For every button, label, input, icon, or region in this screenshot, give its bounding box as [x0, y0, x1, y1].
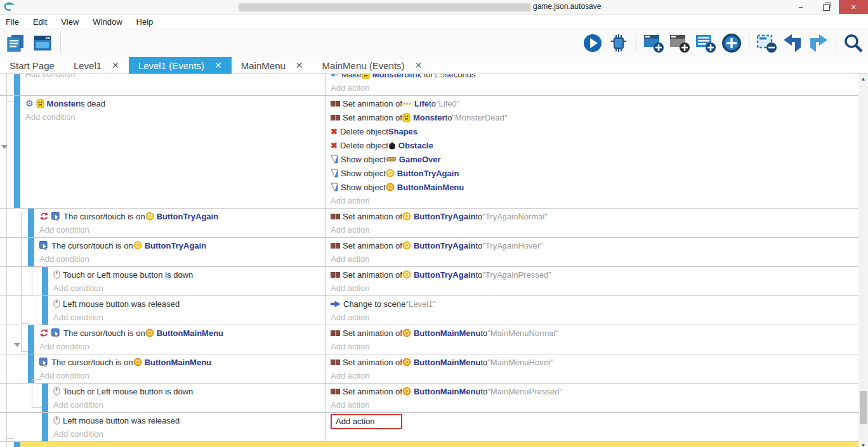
tab-start-page[interactable]: Start Page: [0, 57, 64, 74]
action-row[interactable]: Set animation of Monster to "MonsterDead…: [331, 110, 858, 124]
event[interactable]: The cursor/touch is on ButtonMainMenuAdd…: [0, 325, 858, 354]
tab-label: Start Page: [10, 60, 55, 71]
add-condition-button[interactable]: Add condition: [53, 398, 325, 411]
event[interactable]: Left mouse button was releasedAdd condit…: [0, 295, 858, 325]
add-condition-button[interactable]: Add condition: [39, 223, 325, 236]
scroll-up-arrow-icon[interactable]: ▲: [858, 74, 868, 84]
add-action-button[interactable]: Add action: [331, 369, 858, 382]
add-action-button[interactable]: Add action: [331, 252, 858, 266]
play-button[interactable]: [582, 32, 603, 54]
condition-row[interactable]: Left mouse button was released: [53, 413, 325, 427]
action-row[interactable]: Set animation of ButtonMainMenu to "Main…: [331, 355, 858, 369]
button-yellow-icon: [133, 241, 142, 250]
event[interactable]: Touch or Left mouse button is downAdd co…: [0, 383, 858, 412]
event-selection-bar: [42, 384, 48, 412]
comment-event[interactable]: GAME OVER: [0, 441, 858, 447]
action-row[interactable]: Show object GameOver: [331, 152, 858, 166]
add-external-layout-button[interactable]: [695, 32, 716, 54]
event[interactable]: Left mouse button was releasedAdd condit…: [0, 412, 858, 441]
action-row[interactable]: Show object ButtonTryAgain: [331, 166, 858, 180]
add-action-button[interactable]: Add action: [331, 398, 858, 411]
add-condition-button[interactable]: Add condition: [39, 369, 325, 382]
event[interactable]: ⚙Monster is deadAdd conditionSet animati…: [0, 95, 858, 208]
tree-guide-line: [32, 268, 42, 268]
condition-row[interactable]: The cursor/touch is on ButtonMainMenu: [39, 355, 325, 369]
condition-row[interactable]: The cursor/touch is on ButtonTryAgain: [39, 238, 325, 252]
add-action-button[interactable]: Add action: [331, 311, 858, 324]
add-external-events-button[interactable]: [669, 32, 690, 54]
condition-row[interactable]: Touch or Left mouse button is down: [53, 384, 325, 398]
condition-row[interactable]: The cursor/touch is on ButtonTryAgain: [39, 209, 325, 223]
condition-row[interactable]: Touch or Left mouse button is down: [53, 268, 325, 282]
action-row[interactable]: ✖Delete object Shapes: [331, 124, 858, 138]
add-condition-button[interactable]: Add condition: [25, 110, 325, 124]
scroll-down-arrow-icon[interactable]: ▼: [858, 441, 868, 447]
vertical-scrollbar[interactable]: ▲ ▼: [858, 74, 868, 447]
menu-view[interactable]: View: [61, 17, 79, 27]
close-button[interactable]: ✕: [839, 0, 868, 14]
action-row[interactable]: Set animation of ButtonTryAgain to "TryA…: [331, 209, 858, 223]
tab-close-icon[interactable]: ✕: [415, 60, 423, 70]
add-condition-button[interactable]: Add condition: [39, 252, 325, 266]
add-action-button[interactable]: Add action: [331, 81, 858, 94]
scene-window-button[interactable]: [32, 32, 53, 54]
add-object-button[interactable]: [721, 32, 742, 54]
event[interactable]: The cursor/touch is on ButtonTryAgainAdd…: [0, 208, 858, 237]
action-row[interactable]: Set animation of ButtonTryAgain to "TryA…: [331, 268, 858, 282]
monster-icon: [362, 74, 370, 79]
tree-guide-line: [21, 323, 28, 324]
condition-row[interactable]: The cursor/touch is on ButtonMainMenu: [39, 326, 325, 340]
redo-button[interactable]: [808, 32, 829, 54]
add-condition-button[interactable]: Add condition: [25, 74, 325, 81]
menu-edit[interactable]: Edit: [33, 17, 47, 27]
tab-mainmenu-events-[interactable]: MainMenu (Events)✕: [313, 57, 432, 74]
action-row[interactable]: Make Monster blink for 1.5 seconds: [331, 74, 858, 81]
add-action-button[interactable]: Add action: [331, 340, 858, 353]
action-row[interactable]: ✖Delete object Obstacle: [331, 138, 858, 152]
action-row[interactable]: Show object ButtonMainMenu: [331, 180, 858, 194]
action-row[interactable]: Change to scene "Level1": [331, 297, 858, 311]
menu-help[interactable]: Help: [136, 17, 154, 27]
mouse-icon: [53, 299, 60, 308]
tab-level1-events-[interactable]: Level1 (Events)✕: [129, 57, 232, 74]
tab-close-icon[interactable]: ✕: [112, 60, 119, 70]
action-row[interactable]: Set animation of Life to "Life0": [331, 96, 858, 110]
tab-mainmenu[interactable]: MainMenu✕: [232, 57, 313, 74]
restore-button[interactable]: [813, 0, 839, 14]
debug-button[interactable]: [608, 32, 629, 54]
undo-button[interactable]: [782, 32, 803, 54]
add-condition-button[interactable]: Add condition: [53, 311, 325, 324]
condition-row[interactable]: Left mouse button was released: [53, 297, 325, 311]
restore-icon: [823, 4, 830, 11]
add-action-button[interactable]: Add action: [331, 223, 858, 236]
add-action-button[interactable]: Add action: [331, 194, 858, 207]
action-row[interactable]: Set animation of ButtonMainMenu to "Main…: [331, 326, 858, 340]
add-action-button-highlighted[interactable]: Add action: [331, 413, 858, 429]
event[interactable]: Add conditionMake Monster blink for 1.5 …: [0, 74, 858, 95]
tab-level1[interactable]: Level1✕: [64, 57, 129, 74]
collapse-arrow-icon[interactable]: [1, 145, 8, 149]
add-condition-button[interactable]: Add condition: [53, 427, 325, 441]
add-action-button[interactable]: Add action: [331, 282, 858, 295]
collapse-arrow-icon[interactable]: [14, 343, 20, 347]
add-scene-button[interactable]: [643, 32, 664, 54]
action-row[interactable]: Set animation of ButtonMainMenu to "Main…: [331, 384, 858, 398]
minimize-button[interactable]: –: [788, 0, 813, 14]
event[interactable]: The cursor/touch is on ButtonTryAgainAdd…: [0, 237, 858, 266]
add-condition-button[interactable]: Add condition: [39, 340, 325, 353]
events-list-button[interactable]: [5, 32, 27, 54]
menu-file[interactable]: File: [6, 17, 19, 27]
event[interactable]: Touch or Left mouse button is downAdd co…: [0, 266, 858, 295]
condition-row[interactable]: ⚙Monster is dead: [25, 96, 325, 110]
add-condition-button[interactable]: Add condition: [53, 282, 325, 295]
tree-guide-line: [32, 407, 42, 408]
scrollbar-thumb[interactable]: [860, 391, 867, 424]
tab-close-icon[interactable]: ✕: [214, 60, 222, 70]
event[interactable]: The cursor/touch is on ButtonMainMenuAdd…: [0, 354, 858, 383]
search-button[interactable]: [843, 32, 864, 54]
action-row[interactable]: Set animation of ButtonTryAgain to "TryA…: [331, 238, 858, 252]
deselect-button[interactable]: [756, 32, 777, 54]
scene-change-icon: [331, 301, 341, 308]
menu-window[interactable]: Window: [93, 17, 122, 27]
tab-close-icon[interactable]: ✕: [296, 60, 303, 70]
